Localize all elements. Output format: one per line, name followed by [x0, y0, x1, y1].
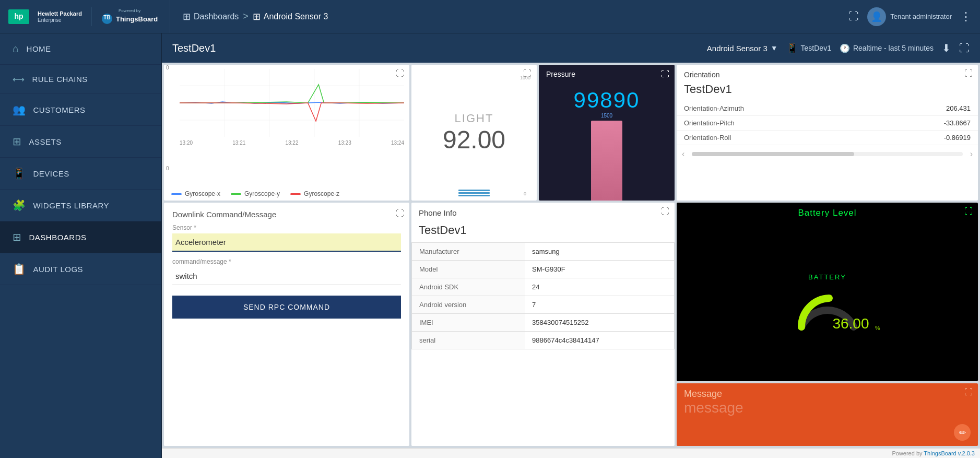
message-widget: ⛶ Message message ✏ — [677, 383, 978, 446]
command-label: command/message * — [172, 258, 401, 265]
send-rpc-button[interactable]: SEND RPC COMMAND — [172, 296, 401, 319]
header-realtime[interactable]: 🕐 Realtime - last 5 minutes — [840, 43, 934, 53]
light-widget: ⛶ LIGHT 92.00 1000 0 — [411, 65, 537, 201]
command-input[interactable] — [172, 267, 401, 285]
orientation-scroll-area[interactable]: ‹ › — [677, 145, 978, 163]
dashboards-icon: ⊞ — [13, 231, 22, 243]
orientation-pitch-key: Orientation-Pitch — [677, 116, 870, 131]
gyroscope-widget: ⛶ 0 0 — [164, 65, 409, 201]
orientation-azimuth-value: 206.431 — [870, 101, 978, 116]
phone-info-title: Phone Info — [411, 203, 464, 220]
orientation-roll-value: -0.86919 — [870, 131, 978, 145]
user-menu[interactable]: 👤 Tenant administrator — [867, 7, 952, 26]
device-icon: 📱 — [786, 42, 798, 54]
legend-gyro-z: Gyroscope-z — [290, 190, 339, 197]
svg-text:TB: TB — [103, 15, 110, 20]
content-header: TestDev1 Android Sensor 3 ▼ 📱 TestDev1 🕐… — [162, 33, 980, 63]
manufacturer-value: samsung — [525, 243, 674, 261]
content-title: TestDev1 — [172, 42, 216, 54]
header-device-name: TestDev1 — [801, 44, 831, 52]
table-row: Android version 7 — [412, 296, 675, 314]
powered-by-label: Powered by — [119, 8, 140, 13]
orientation-table: Orientation-Azimuth 206.431 Orientation-… — [677, 101, 978, 145]
customers-icon: 👥 — [13, 103, 26, 116]
x-label-1: 13:20 — [180, 140, 193, 146]
expand-button[interactable]: ⛶ — [959, 42, 970, 54]
light-scale-top: 1000 — [520, 75, 530, 80]
pressure-1500: 1500 — [539, 113, 675, 119]
light-bar-1 — [458, 190, 490, 191]
sidebar-widgets-library-label: WIDGETS LIBRARY — [33, 201, 110, 210]
nav-dashboards-link[interactable]: ⊞ Dashboards — [183, 11, 239, 22]
legend-x-label: Gyroscope-x — [185, 190, 220, 197]
logo-separator — [91, 7, 92, 26]
legend-y-color — [231, 193, 241, 195]
command-field-group: command/message * — [172, 258, 401, 285]
topbar-right: ⛶ 👤 Tenant administrator ⋮ — [848, 7, 972, 26]
sidebar-home-label: HOME — [27, 44, 51, 53]
home-icon: ⌂ — [13, 43, 19, 55]
footer: Powered by ThingsBoard v.2.0.3 — [162, 448, 980, 458]
user-avatar: 👤 — [867, 7, 886, 26]
sidebar-item-widgets-library[interactable]: 🧩 WIDGETS LIBRARY — [0, 190, 161, 221]
dashboard-selector-label: Android Sensor 3 — [707, 44, 768, 53]
clock-icon: 🕐 — [840, 43, 850, 53]
main-layout: ⌂ HOME ⟷ RULE CHAINS 👥 CUSTOMERS ⊞ ASSET… — [0, 33, 980, 458]
serial-value: 9886674c4c38414147 — [525, 332, 674, 349]
pressure-expand-button[interactable]: ⛶ — [656, 65, 675, 83]
pressure-title: Pressure — [539, 65, 583, 84]
dashboard-selector[interactable]: Android Sensor 3 ▼ — [707, 44, 778, 53]
svg-text:hp: hp — [14, 12, 23, 20]
orientation-pitch-value: -33.8667 — [870, 116, 978, 131]
sidebar-item-assets[interactable]: ⊞ ASSETS — [0, 126, 161, 158]
light-scale: 1000 — [520, 75, 530, 174]
sensor-input[interactable] — [172, 233, 401, 252]
more-menu-button[interactable]: ⋮ — [960, 10, 972, 24]
message-edit-button[interactable]: ✏ — [954, 424, 971, 441]
thingsboard-icon: TB — [101, 13, 113, 25]
orientation-expand-button[interactable]: ⛶ — [959, 65, 978, 83]
serial-key: serial — [412, 332, 525, 349]
table-row: IMEI 358430074515252 — [412, 314, 675, 332]
sidebar-item-dashboards[interactable]: ⊞ DASHBOARDS — [0, 221, 161, 253]
dashboards-grid-icon: ⊞ — [183, 11, 191, 22]
sidebar-item-home[interactable]: ⌂ HOME — [0, 33, 161, 65]
gyro-chart-svg — [180, 69, 404, 137]
battery-label: BATTERY — [808, 273, 846, 281]
assets-icon: ⊞ — [13, 135, 22, 148]
table-row: serial 9886674c4c38414147 — [412, 332, 675, 349]
devices-icon: 📱 — [13, 167, 26, 180]
downlink-expand-button[interactable]: ⛶ — [391, 205, 409, 222]
fullscreen-button[interactable]: ⛶ — [848, 10, 859, 22]
message-expand-button[interactable]: ⛶ — [964, 387, 973, 397]
content: TestDev1 Android Sensor 3 ▼ 📱 TestDev1 🕐… — [162, 33, 980, 458]
orientation-scrollbar-thumb — [692, 152, 854, 156]
scroll-right-icon[interactable]: › — [970, 149, 973, 159]
x-label-4: 13:23 — [338, 140, 351, 146]
battery-expand-button[interactable]: ⛶ — [964, 207, 973, 216]
sidebar-audit-logs-label: AUDIT LOGS — [33, 265, 84, 274]
sidebar: ⌂ HOME ⟷ RULE CHAINS 👥 CUSTOMERS ⊞ ASSET… — [0, 33, 162, 458]
current-dashboard-label: Android Sensor 3 — [264, 12, 328, 21]
table-row: Model SM-G930F — [412, 261, 675, 278]
legend-z-color — [290, 193, 301, 195]
phone-device-name: TestDev1 — [411, 220, 675, 242]
battery-widget: ⛶ Battery Level BATTERY 36.00 — [677, 203, 978, 381]
legend-y-label: Gyroscope-y — [244, 190, 280, 197]
gyro-chart-area: 0 0 — [164, 65, 409, 187]
battery-value: 36.00 — [832, 315, 869, 332]
downlink-widget: Downlink Command/Message ⛶ Sensor * comm… — [164, 203, 409, 446]
phone-expand-button[interactable]: ⛶ — [656, 203, 675, 220]
sidebar-item-customers[interactable]: 👥 CUSTOMERS — [0, 94, 161, 126]
sidebar-item-devices[interactable]: 📱 DEVICES — [0, 158, 161, 190]
orientation-scrollbar[interactable] — [692, 152, 962, 156]
light-label: LIGHT — [455, 112, 494, 125]
sidebar-item-audit-logs[interactable]: 📋 AUDIT LOGS — [0, 253, 161, 285]
pressure-widget: Pressure ⛶ 99890 1500 0 PRESSURE-PRESSUR… — [539, 65, 675, 201]
sidebar-item-rule-chains[interactable]: ⟷ RULE CHAINS — [0, 65, 161, 94]
orientation-roll-key: Orientation-Roll — [677, 131, 870, 145]
sidebar-rule-chains-label: RULE CHAINS — [32, 75, 88, 84]
download-button[interactable]: ⬇ — [942, 42, 951, 54]
footer-link[interactable]: ThingsBoard v.2.0.3 — [924, 450, 975, 456]
scroll-left-icon[interactable]: ‹ — [682, 149, 684, 159]
